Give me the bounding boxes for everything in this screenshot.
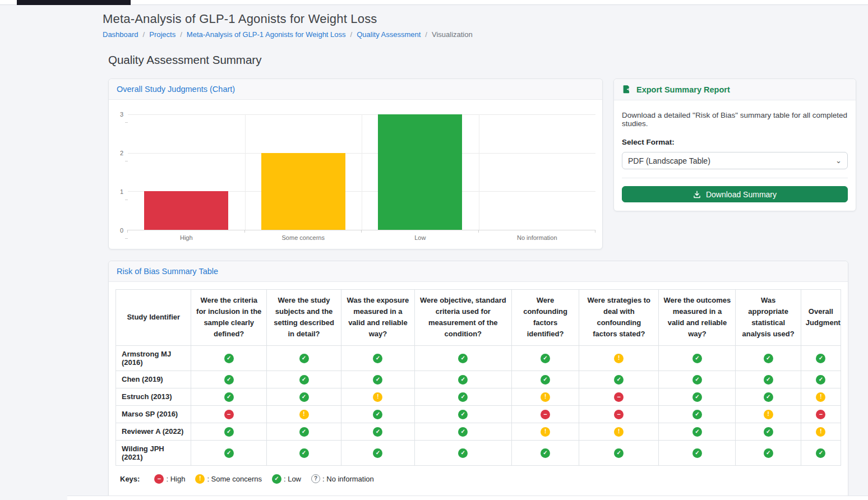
column-header: Were the study subjects and the setting … [266,290,341,346]
check-circle-icon: ✓ [373,427,382,437]
chart-x-labels: HighSome concernsLowNo information [128,230,595,247]
judgment-cell: − [579,388,659,405]
check-circle-icon: ✓ [764,375,773,385]
judgment-cell: ! [801,423,841,440]
x-tick-mark [127,230,128,233]
download-label: Download Summary [706,190,777,199]
column-header: Were strategies to deal with confounding… [579,290,659,346]
minus-circle-icon: − [154,474,164,484]
chart-slot-some-concerns [245,114,362,230]
download-summary-button[interactable]: Download Summary [622,186,848,202]
check-circle-icon: ✓ [541,448,550,458]
bar-some-concerns [261,153,345,230]
breadcrumb-link-quality-assessment[interactable]: Quality Assessment [357,30,421,39]
key-item-none: ?: No information [311,474,374,483]
judgment-cell: ✓ [736,388,801,405]
check-circle-icon: ✓ [692,427,702,437]
breadcrumb-link-meta-analysis-of-glp-1-agonists-for-weight-loss[interactable]: Meta-Analysis of GLP-1 Agonists for Weig… [187,30,346,39]
judgment-cell: ✓ [266,388,341,405]
table-header-row: Study IdentifierWere the criteria for in… [116,290,841,346]
judgment-cell: ✓ [341,423,415,440]
file-export-icon [622,85,631,94]
page-header: Meta-Analysis of GLP-1 Agonists for Weig… [0,12,868,67]
judgment-cell: ✓ [736,440,801,465]
exclamation-circle-icon: ! [541,427,550,437]
key-label: : No information [322,475,374,483]
check-circle-icon: ✓ [764,448,773,458]
judgment-cell: ✓ [579,371,659,388]
check-circle-icon: ✓ [224,375,234,385]
breadcrumb-separator: / [180,30,182,39]
export-description: Download a detailed "Risk of Bias" summa… [622,111,848,128]
study-identifier: Estruch (2013) [116,388,191,405]
key-label: : High [166,475,185,483]
check-circle-icon: ✓ [614,375,624,385]
download-icon [693,191,701,198]
column-header: Was appropriate statistical analysis use… [736,290,801,346]
check-circle-icon: ✓ [458,410,468,419]
page-title: Meta-Analysis of GLP-1 Agonists for Weig… [103,12,868,26]
column-header: Were the criteria for inclusion in the s… [191,290,266,346]
check-circle-icon: ✓ [614,448,624,458]
exclamation-circle-icon: ! [195,474,205,484]
judgment-cell: ! [579,423,659,440]
table-rows: Armstrong MJ (2016)✓✓✓✓✓!✓✓✓Chen (2019)✓… [116,345,841,465]
breadcrumb: Dashboard/Projects/Meta-Analysis of GLP-… [103,30,868,39]
study-identifier: Marso SP (2016) [116,405,191,423]
check-circle-icon: ✓ [224,427,234,437]
breadcrumb-link-projects[interactable]: Projects [149,30,176,39]
column-header: Overall Judgment [801,290,841,346]
judgment-cell: − [191,405,266,423]
judgment-cell: ✓ [801,345,841,371]
rob-table-card: Risk of Bias Summary Table Study Identif… [108,261,848,499]
judgment-cell: ✓ [414,423,511,440]
y-tick-label: 3 [120,111,123,118]
x-tick-mark [595,230,595,233]
check-circle-icon: ✓ [299,448,309,458]
y-tick-label: 0 [120,227,123,234]
judgment-cell: ✓ [511,440,579,465]
study-row-estruch-2013: Estruch (2013)✓✓!✓!−✓✓! [116,388,841,405]
key-label: : Low [284,475,301,483]
judgment-cell: ✓ [414,388,511,405]
column-header: Were confounding factors identified? [511,290,579,346]
exclamation-circle-icon: ! [764,410,773,419]
bottom-strip [67,496,868,500]
export-card-body: Download a detailed "Risk of Bias" summa… [614,100,856,211]
judgment-cell: ✓ [191,388,266,405]
check-circle-icon: ✓ [764,427,773,437]
check-circle-icon: ✓ [816,448,825,458]
check-circle-icon: ✓ [764,392,773,402]
key-label: : Some concerns [207,475,262,483]
judgment-cell: ✓ [191,440,266,465]
judgment-cell: ✓ [511,371,579,388]
exclamation-circle-icon: ! [816,427,825,437]
breadcrumb-separator: / [143,30,145,39]
format-select[interactable]: PDF (Landscape Table) [622,152,848,169]
chart-body: 0123 HighSome concernsLowNo information [109,100,602,249]
check-circle-icon: ✓ [373,448,382,458]
study-identifier: Reviewer A (2022) [116,423,191,440]
breadcrumb-separator: / [425,30,427,39]
judgment-cell: ! [736,405,801,423]
judgment-cell: ! [266,405,341,423]
judgment-cell: ✓ [736,371,801,388]
column-header: Were the outcomes measured in a valid an… [659,290,736,346]
chart-slot-low [362,114,479,230]
check-circle-icon: ✓ [692,410,702,419]
exclamation-circle-icon: ! [816,392,825,402]
chart-card: Overall Study Judgments (Chart) 0123 Hig… [108,78,603,249]
check-circle-icon: ✓ [458,375,468,385]
study-row-armstrong-mj-2016: Armstrong MJ (2016)✓✓✓✓✓!✓✓✓ [116,345,841,371]
check-circle-icon: ✓ [458,448,468,458]
format-label: Select Format: [622,138,848,146]
breadcrumb-link-dashboard[interactable]: Dashboard [103,30,138,39]
divider [622,178,848,178]
y-tick-label: 2 [120,150,123,156]
check-circle-icon: ✓ [692,375,702,385]
judgment-cell: ✓ [266,345,341,371]
judgment-cell: ✓ [659,371,736,388]
check-circle-icon: ✓ [458,427,468,437]
judgment-cell: ! [511,423,579,440]
check-circle-icon: ✓ [816,375,825,385]
